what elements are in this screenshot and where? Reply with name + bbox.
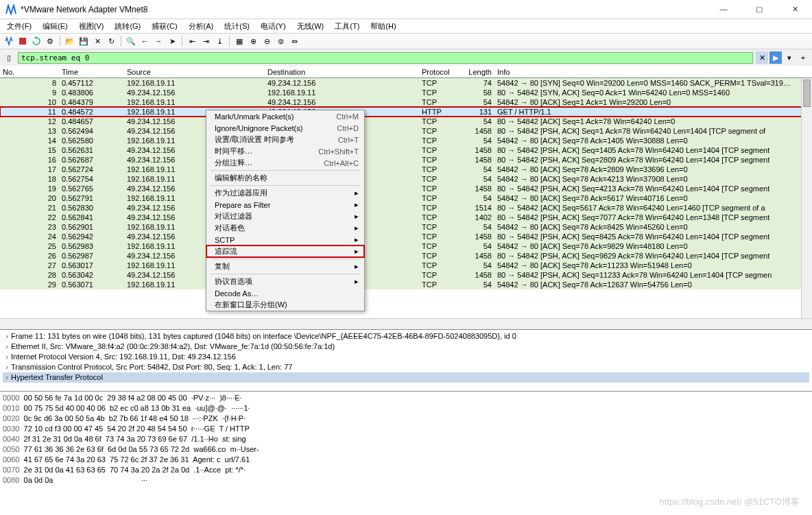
zoom-in-icon[interactable]: ⊕ — [247, 35, 259, 47]
context-menu-item[interactable]: 编辑解析的名称 — [206, 172, 364, 184]
context-menu-item[interactable]: 作为过滤器应用▸ — [206, 187, 364, 199]
packet-row[interactable]: 130.56249449.234.12.156192.168.19.11TCP1… — [0, 126, 812, 136]
packet-row[interactable]: 110.484572192.168.19.1149.234.12.156HTTP… — [0, 107, 812, 117]
hex-line[interactable]: 0000 00 50 56 fe 7a 1d 00 0c 29 38 f4 a2… — [3, 393, 809, 403]
context-menu-item[interactable]: Mark/Unmark Packet(s)Ctrl+M — [206, 110, 364, 122]
packet-row[interactable]: 220.56284149.234.12.156192.168.19.11TCP1… — [0, 213, 812, 222]
find-icon[interactable]: 🔍 — [125, 35, 137, 47]
packet-detail-pane[interactable]: ›Frame 11: 131 bytes on wire (1048 bits)… — [0, 329, 812, 391]
context-menu-item[interactable]: 分组注释…Ctrl+Alt+C — [206, 157, 364, 169]
packet-row[interactable]: 90.48380649.234.12.156192.168.19.11TCP58… — [0, 88, 812, 97]
hex-line[interactable]: 0010 00 75 75 5d 40 00 40 06 b2 ec c0 a8… — [3, 403, 809, 414]
column-time[interactable]: Time — [62, 68, 127, 76]
packet-row[interactable]: 260.56298749.234.12.156192.168.19.11TCP1… — [0, 251, 812, 261]
packet-row[interactable]: 120.48465749.234.12.156192.168.19.11TCP5… — [0, 117, 812, 126]
hex-line[interactable]: 0050 77 61 36 36 36 2e 63 6f 6d 0d 0a 55… — [3, 444, 809, 455]
menu-item[interactable]: 电话(Y) — [256, 21, 290, 32]
context-menu-item[interactable]: Decode As… — [206, 287, 364, 299]
horizontal-scrollbar[interactable] — [0, 318, 812, 329]
menu-item[interactable]: 统计(S) — [220, 21, 254, 32]
context-menu-item[interactable]: 追踪流▸ — [206, 245, 364, 257]
menu-item[interactable]: 工具(T) — [331, 21, 363, 32]
options-icon[interactable]: ⚙ — [44, 35, 56, 47]
column-protocol[interactable]: Protocol — [422, 68, 456, 76]
packet-row[interactable]: 270.563017192.168.19.1149.234.12.156TCP5… — [0, 261, 812, 270]
reload-icon[interactable]: ↻ — [105, 35, 117, 47]
detail-line[interactable]: ›Ethernet II, Src: VMware_38:f4:a2 (00:0… — [3, 342, 809, 352]
context-menu-item[interactable]: SCTP▸ — [206, 234, 364, 245]
packet-row[interactable]: 280.56304249.234.12.156192.168.19.11TCP1… — [0, 270, 812, 280]
packet-list[interactable]: 80.457112192.168.19.1149.234.12.156TCP74… — [0, 78, 812, 318]
zoom-out-icon[interactable]: ⊖ — [261, 35, 273, 47]
packet-row[interactable]: 210.56283049.234.12.156192.168.19.11TCP1… — [0, 203, 812, 213]
menu-item[interactable]: 文件(F) — [3, 21, 36, 32]
start-capture-icon[interactable] — [3, 35, 15, 47]
context-menu-item[interactable]: 对话过滤器▸ — [206, 211, 364, 222]
column-destination[interactable]: Destination — [267, 68, 422, 76]
detail-line[interactable]: ›Transmission Control Protocol, Src Port… — [3, 362, 809, 372]
menu-item[interactable]: 视图(V) — [75, 21, 108, 32]
packet-row[interactable]: 240.56294249.234.12.156192.168.19.11TCP1… — [0, 232, 812, 241]
menu-item[interactable]: 帮助(H) — [366, 21, 400, 32]
open-file-icon[interactable]: 📂 — [64, 35, 76, 47]
go-first-icon[interactable]: ⇤ — [186, 35, 198, 47]
filter-clear-icon[interactable]: ✕ — [756, 51, 768, 64]
zoom-reset-icon[interactable]: ⊜ — [274, 35, 287, 47]
menu-item[interactable]: 无线(W) — [293, 21, 329, 32]
go-back-icon[interactable]: ← — [139, 35, 151, 47]
close-button[interactable]: ✕ — [783, 5, 807, 14]
hex-line[interactable]: 0030 72 10 cd f3 00 00 47 45 54 20 2f 20… — [3, 424, 809, 434]
menu-item[interactable]: 分析(A) — [184, 21, 218, 32]
maximize-button[interactable]: ▢ — [748, 5, 771, 14]
packet-row[interactable]: 190.56276549.234.12.156192.168.19.11TCP1… — [0, 184, 812, 193]
context-menu-item[interactable]: 时间平移…Ctrl+Shift+T — [206, 145, 364, 157]
stop-capture-icon[interactable] — [16, 35, 29, 47]
context-menu-item[interactable]: 设置/取消设置 时间参考Ctrl+T — [206, 134, 364, 145]
vertical-scrollbar[interactable] — [801, 78, 812, 318]
packet-row[interactable]: 100.484379192.168.19.1149.234.12.156TCP5… — [0, 97, 812, 107]
packet-row[interactable]: 160.56268749.234.12.156192.168.19.11TCP1… — [0, 155, 812, 165]
column-source[interactable]: Source — [127, 68, 267, 76]
display-filter-input[interactable] — [18, 52, 753, 64]
detail-line[interactable]: ›Frame 11: 131 bytes on wire (1048 bits)… — [3, 331, 809, 342]
hex-line[interactable]: 0070 2e 31 0d 0a 41 63 63 65 70 74 3a 20… — [3, 465, 809, 475]
context-menu-item[interactable]: 在新窗口显示分组(W) — [206, 299, 364, 311]
detail-line[interactable]: ›Hypertext Transfer Protocol — [3, 372, 809, 383]
menu-item[interactable]: 跳转(G) — [110, 21, 145, 32]
packet-row[interactable]: 250.562983192.168.19.1149.234.12.156TCP5… — [0, 241, 812, 251]
restart-capture-icon[interactable] — [30, 35, 43, 47]
column-no[interactable]: No. — [0, 68, 62, 76]
menu-item[interactable]: 编辑(E) — [38, 21, 72, 32]
minimize-button[interactable]: — — [712, 5, 735, 14]
hex-line[interactable]: 0040 2f 31 2e 31 0d 0a 48 6f 73 74 3a 20… — [3, 434, 809, 444]
go-forward-icon[interactable]: → — [152, 35, 165, 47]
go-last-icon[interactable]: ⇥ — [200, 35, 212, 47]
auto-scroll-icon[interactable]: ⤓ — [213, 35, 226, 47]
filter-history-icon[interactable]: ▾ — [783, 51, 796, 64]
context-menu-item[interactable]: Prepare as Filter▸ — [206, 199, 364, 211]
packet-row[interactable]: 200.562791192.168.19.1149.234.12.156TCP5… — [0, 193, 812, 203]
filter-add-icon[interactable]: + — [797, 51, 809, 64]
column-info[interactable]: Info — [497, 68, 812, 76]
hex-line[interactable]: 0060 41 67 65 6e 74 3a 20 63 75 72 6c 2f… — [3, 455, 809, 465]
packet-row[interactable]: 150.56263149.234.12.156192.168.19.11TCP1… — [0, 145, 812, 155]
context-menu-item[interactable]: Ignore/Unignore Packet(s)Ctrl+D — [206, 122, 364, 134]
hex-line[interactable]: 0080 0a 0d 0a ··· — [3, 475, 809, 486]
packet-row[interactable]: 230.562901192.168.19.1149.234.12.156TCP5… — [0, 222, 812, 232]
packet-row[interactable]: 80.457112192.168.19.1149.234.12.156TCP74… — [0, 78, 812, 88]
detail-line[interactable]: ›Internet Protocol Version 4, Src: 192.1… — [3, 352, 809, 362]
colorize-icon[interactable]: ▦ — [233, 35, 246, 47]
menu-item[interactable]: 捕获(C) — [147, 21, 181, 32]
packet-row[interactable]: 180.562754192.168.19.1149.234.12.156TCP5… — [0, 174, 812, 184]
context-menu-item[interactable]: 复制▸ — [206, 261, 364, 272]
save-file-icon[interactable]: 💾 — [77, 35, 90, 47]
hex-line[interactable]: 0020 0c 9c d6 3a 00 50 5a 4b b2 7b 66 1f… — [3, 414, 809, 424]
context-menu-item[interactable]: 协议首选项▸ — [206, 276, 364, 287]
column-length[interactable]: Length — [456, 68, 497, 76]
filter-apply-icon[interactable]: ▶ — [769, 51, 782, 64]
packet-row[interactable]: 140.562580192.168.19.1149.234.12.156TCP5… — [0, 136, 812, 145]
packet-hex-pane[interactable]: 0000 00 50 56 fe 7a 1d 00 0c 29 38 f4 a2… — [0, 391, 812, 494]
filter-bookmark-icon[interactable]: ▯ — [3, 51, 15, 64]
resize-columns-icon[interactable]: ⇔ — [288, 35, 300, 47]
close-file-icon[interactable]: ✕ — [91, 35, 104, 47]
